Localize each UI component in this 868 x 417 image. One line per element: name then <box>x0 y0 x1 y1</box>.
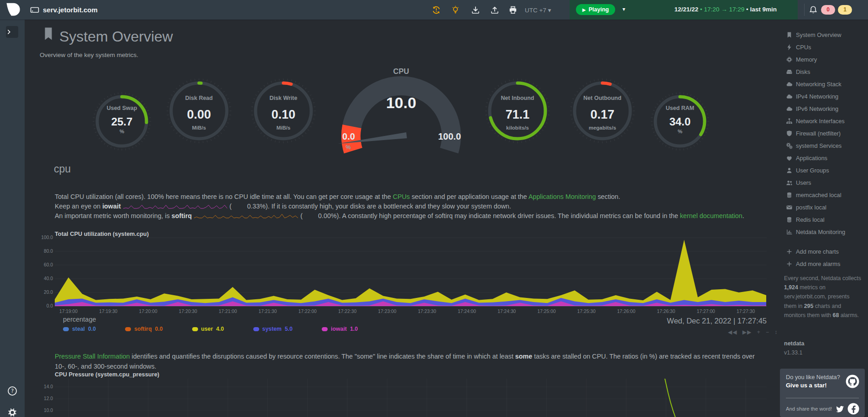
gauge-unit: MiB/s <box>251 125 315 130</box>
legend-item-user[interactable]: user4.0 <box>192 326 224 332</box>
legend-item-iowait[interactable]: iowait1.0 <box>322 326 358 332</box>
netdata-dashboard: ? serv.jetorbit.com UTC +7 ▾ ▶Playing ▾ … <box>0 0 868 417</box>
chart-timestamp: Wed, Dec 21, 2022 | 17:27:45 <box>539 317 767 325</box>
cpu-pressure-chart-title: CPU Pressure (system.cpu_pressure) <box>55 371 159 378</box>
x-axis-tick: 17:25:00 <box>531 309 563 314</box>
x-axis-tick: 17:20:00 <box>132 309 164 314</box>
iowait-sparkline <box>123 203 227 209</box>
gauge-unit: MiB/s <box>167 125 231 130</box>
github-cta[interactable]: Give us a star! <box>786 382 827 389</box>
inline-link[interactable]: Pressure Stall Information <box>55 353 130 360</box>
resize-icon[interactable]: ↕ <box>774 329 778 335</box>
cpu-gauge-min: 0.0 <box>326 131 371 142</box>
sidebar-item-memory[interactable]: Memory <box>778 54 868 66</box>
critical-alarms-badge[interactable]: 0 <box>821 5 835 15</box>
sidebar-item-netdata-monitoring[interactable]: Netdata Monitoring <box>778 226 868 239</box>
warning-alarms-badge[interactable]: 1 <box>838 5 852 15</box>
sections-menu: System OverviewCPUsMemoryDisksNetworking… <box>778 29 868 271</box>
gauge-title: Net Inbound <box>486 95 549 101</box>
print-icon[interactable] <box>508 5 518 15</box>
playing-chevron-icon[interactable]: ▾ <box>622 6 625 12</box>
chart-icon <box>786 229 793 235</box>
gauge-title: Used RAM <box>648 105 712 111</box>
hdd-icon <box>786 68 793 75</box>
playing-button[interactable]: ▶Playing <box>576 4 615 15</box>
plus-icon <box>786 248 793 255</box>
legend-color-dot <box>192 327 198 331</box>
cpu-description-line3: An important metric worth monitoring, is… <box>55 211 767 221</box>
sidebar-action-add-more-alarms[interactable]: Add more alarms <box>778 258 868 271</box>
sidebar-item-network-interfaces[interactable]: Network Interfaces <box>778 115 868 128</box>
y-axis-tick: 60.0 <box>37 262 53 267</box>
sidebar-item-firewall-netfilter[interactable]: Firewall (netfilter) <box>778 128 868 140</box>
refresh-alert-icon[interactable] <box>432 5 441 15</box>
x-axis-tick: 17:23:30 <box>411 309 443 314</box>
legend-color-dot <box>253 327 259 331</box>
gauge-unit: % <box>90 129 154 134</box>
cpu-gauge-title: CPU <box>369 67 433 76</box>
pan-forward-icon[interactable]: ▶▶ <box>743 329 752 335</box>
sidebar-item-postfix-local[interactable]: postfix local <box>778 202 868 214</box>
y-axis-tick: 40.0 <box>37 276 53 281</box>
legend-item-softirq[interactable]: softirq0.0 <box>125 326 162 332</box>
time-range[interactable]: 12/21/22 • 17:20 → 17:29 • last 9min <box>675 6 777 13</box>
inline-link[interactable]: Applications Monitoring <box>528 193 596 200</box>
gauge-value: 0.00 <box>167 108 231 122</box>
sidebar-item-memcached-local[interactable]: memcached local <box>778 189 868 202</box>
users-icon <box>786 179 793 186</box>
zoom-in-icon[interactable]: + <box>757 329 761 335</box>
sidebar-item-applications[interactable]: Applications <box>778 152 868 165</box>
x-axis-tick: 17:23:00 <box>371 309 403 314</box>
mail-icon <box>786 204 793 211</box>
timezone-selector[interactable]: UTC +7 ▾ <box>525 6 551 14</box>
github-icon[interactable] <box>846 375 859 388</box>
download-icon[interactable] <box>471 5 480 15</box>
chart-toolbar: ◀◀ ▶▶ + − ↕ <box>725 329 778 335</box>
cpu-section-heading: cpu <box>54 163 71 175</box>
legend-color-dot <box>322 327 328 331</box>
sidebar-item-cpus[interactable]: CPUs <box>778 42 868 54</box>
user-icon <box>786 167 793 174</box>
pressure-description: Pressure Stall Information identifies an… <box>55 351 764 371</box>
softirq-sparkline <box>194 212 298 219</box>
inline-link[interactable]: kernel documentation <box>680 212 743 219</box>
legend-color-dot <box>63 327 69 331</box>
node-monitor-icon <box>30 5 39 15</box>
bell-icon[interactable] <box>809 5 818 15</box>
cloud-icon <box>786 81 793 88</box>
sidebar-item-systemd-services[interactable]: systemd Services <box>778 140 868 152</box>
legend-item-steal[interactable]: steal0.0 <box>63 326 96 332</box>
x-axis-tick: 17:19:00 <box>52 309 84 314</box>
sidebar-item-networking-stack[interactable]: Networking Stack <box>778 78 868 91</box>
inline-link[interactable]: CPUs <box>393 193 410 200</box>
help-icon[interactable]: ? <box>7 386 17 396</box>
hostname[interactable]: serv.jetorbit.com <box>43 6 98 14</box>
pan-backward-icon[interactable]: ◀◀ <box>728 329 737 335</box>
sidebar-item-ipv4-networking[interactable]: IPv4 Networking <box>778 91 868 103</box>
x-axis-tick: 17:19:30 <box>92 309 124 314</box>
twitter-icon[interactable] <box>835 404 845 414</box>
plus-icon <box>786 261 793 267</box>
sidebar-item-users[interactable]: Users <box>778 177 868 189</box>
y-axis-tick: 10.0 <box>37 408 53 413</box>
netdata-logo[interactable] <box>4 2 21 18</box>
sidebar-action-add-more-charts[interactable]: Add more charts <box>778 246 868 258</box>
legend-item-system[interactable]: system5.0 <box>253 326 293 332</box>
sidebar-item-redis-local[interactable]: Redis local <box>778 214 868 226</box>
settings-gear-icon[interactable] <box>7 407 17 417</box>
cpu-gauge-unit: % <box>325 144 371 151</box>
expand-sidebar-button[interactable] <box>6 26 18 38</box>
upload-icon[interactable] <box>490 5 499 15</box>
sidebar-item-user-groups[interactable]: User Groups <box>778 165 868 177</box>
chevron-right-icon <box>6 29 12 35</box>
sidebar-item-disks[interactable]: Disks <box>778 66 868 78</box>
bulb-icon[interactable] <box>451 5 460 15</box>
sidebar-item-system-overview[interactable]: System Overview <box>778 29 868 42</box>
divider <box>786 398 859 398</box>
cpu-description-line2: Keep an eye on iowait(0.33%). If it is c… <box>55 201 767 211</box>
y-axis-tick: 14.0 <box>37 384 53 389</box>
sidebar-item-ipv6-networking[interactable]: IPv6 Networking <box>778 103 868 115</box>
zoom-out-icon[interactable]: − <box>766 329 769 335</box>
facebook-icon[interactable] <box>847 403 859 415</box>
y-axis-tick: 80.0 <box>37 249 53 254</box>
